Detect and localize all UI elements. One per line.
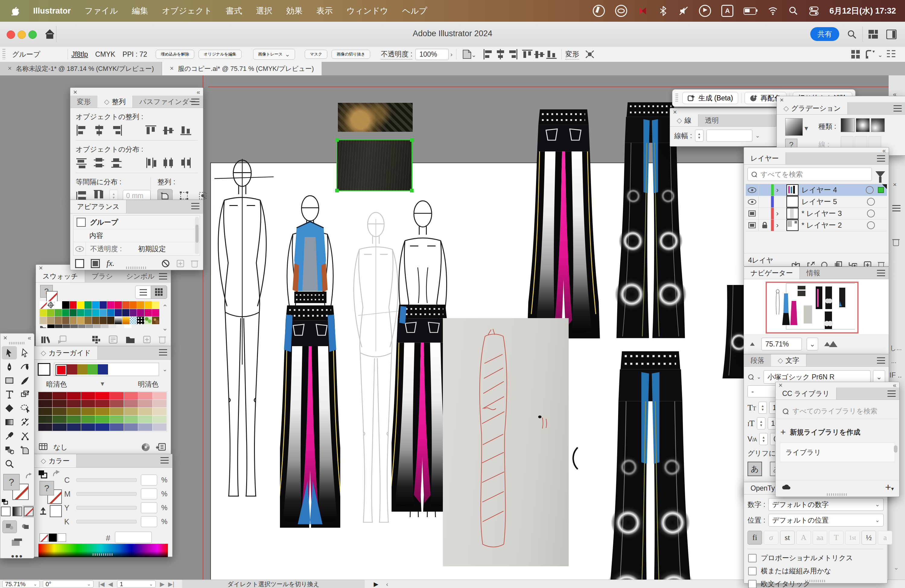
first-artboard-icon[interactable]: |◀: [98, 580, 105, 588]
color-variation[interactable]: [38, 392, 52, 399]
color-variation[interactable]: [38, 415, 52, 423]
tab-transparency[interactable]: 透明: [699, 114, 726, 126]
visibility-toggle[interactable]: [746, 208, 759, 219]
artboard-number-select[interactable]: 1⌄: [117, 580, 156, 588]
swatch[interactable]: [130, 301, 137, 309]
cloud-sync-icon[interactable]: [781, 483, 791, 491]
stroke-width-stepper[interactable]: ▲▼: [695, 130, 703, 142]
menu-view[interactable]: 表示: [316, 5, 333, 16]
color-variation[interactable]: [67, 400, 81, 407]
swatch[interactable]: [116, 325, 124, 328]
gradient-chevron[interactable]: ▾: [805, 124, 808, 132]
last-color-swatch[interactable]: [50, 505, 62, 517]
ot-discretionary-button[interactable]: st: [780, 531, 795, 545]
unembed-button[interactable]: 埋め込みを解除: [156, 50, 194, 59]
base-color-swatch[interactable]: [38, 363, 50, 376]
swap-colors-icon[interactable]: [52, 470, 60, 479]
swatch[interactable]: [122, 317, 129, 324]
align-top-icon[interactable]: [522, 49, 533, 60]
dist-top-icon[interactable]: [76, 157, 88, 168]
expand-icon[interactable]: ›: [776, 221, 784, 230]
none-button[interactable]: [24, 507, 33, 516]
add-content-icon[interactable]: +▾: [885, 481, 894, 493]
swatch-kinds-icon[interactable]: [92, 335, 101, 344]
zoom-tool[interactable]: [2, 457, 17, 471]
status-rotation-select[interactable]: 0°⌄: [43, 580, 94, 588]
artwork-dot[interactable]: [538, 415, 541, 418]
color-variation[interactable]: [81, 408, 95, 415]
play-circle-icon[interactable]: [699, 5, 711, 17]
screen-mode-icon[interactable]: [11, 538, 23, 548]
align-bottom-icon[interactable]: [180, 125, 192, 136]
color-variation[interactable]: [138, 392, 152, 399]
color-variation[interactable]: [52, 423, 67, 431]
drag-handle[interactable]: [9, 342, 25, 344]
fill-stroke-mini-icon[interactable]: [38, 470, 49, 479]
artwork-figure-colored[interactable]: [280, 191, 340, 532]
swatch[interactable]: [47, 301, 54, 309]
harmony-strip[interactable]: [54, 363, 159, 376]
create-library-button[interactable]: + 新規ライブラリを作成: [776, 419, 899, 440]
tab-navigator[interactable]: ナビゲーター: [744, 267, 800, 279]
scissors-tool[interactable]: [17, 430, 33, 443]
swatch[interactable]: [62, 309, 69, 317]
panel-menu-icon[interactable]: [877, 270, 885, 276]
style-icon[interactable]: ⌄: [462, 49, 473, 59]
tab-info[interactable]: 情報: [800, 267, 827, 279]
swatch[interactable]: [78, 325, 86, 328]
next-artboard-icon[interactable]: ▶: [160, 580, 164, 588]
scrollbar[interactable]: [894, 445, 897, 453]
swatch[interactable]: [55, 317, 62, 324]
color-variation[interactable]: [81, 423, 95, 431]
swatch[interactable]: [55, 325, 62, 328]
draw-normal-button[interactable]: [2, 520, 17, 533]
color-variation[interactable]: [67, 408, 81, 415]
slider-y[interactable]: [76, 506, 137, 510]
collapse-icon[interactable]: «: [893, 382, 896, 388]
play-icon[interactable]: ▶: [374, 580, 378, 588]
battery-icon[interactable]: [744, 6, 757, 16]
swatch[interactable]: [100, 309, 107, 317]
swatch[interactable]: [77, 317, 84, 324]
value-k[interactable]: [141, 516, 157, 527]
generate-button[interactable]: 生成 (Beta): [683, 92, 738, 104]
swatch[interactable]: [77, 301, 84, 309]
swatch[interactable]: [122, 301, 129, 309]
menu-type[interactable]: 書式: [226, 5, 242, 16]
swatch[interactable]: [114, 301, 122, 309]
figure-select[interactable]: デフォルトの数字⌄: [768, 498, 884, 511]
tab-cc-libraries[interactable]: CC ライブラリ: [776, 387, 837, 399]
none-swatch[interactable]: [40, 533, 48, 542]
panel-menu-icon[interactable]: [191, 203, 199, 209]
collapse-icon[interactable]: «: [197, 89, 200, 95]
lock-toggle[interactable]: [759, 220, 771, 231]
close-icon[interactable]: ×: [3, 335, 7, 341]
vertical-scale-stepper[interactable]: ▲▼: [757, 417, 765, 430]
panel-menu-icon[interactable]: [160, 457, 168, 463]
layer-row-3[interactable]: › * レイヤー 3: [746, 208, 887, 220]
swatch[interactable]: [40, 317, 47, 324]
opacity-input[interactable]: 100%: [415, 49, 449, 60]
slider-k[interactable]: [76, 520, 137, 523]
swatch[interactable]: [84, 309, 92, 317]
swatch[interactable]: [100, 301, 107, 309]
dist-center-h-icon[interactable]: [163, 157, 175, 168]
swatch[interactable]: [122, 309, 129, 317]
visibility-toggle[interactable]: [746, 220, 759, 231]
swatch[interactable]: [40, 325, 47, 328]
swatch[interactable]: [144, 317, 152, 324]
tab-color-guide[interactable]: ◇カラーガイド: [34, 346, 98, 360]
color-variation[interactable]: [95, 415, 109, 423]
drag-handle[interactable]: [675, 94, 678, 103]
layer-thumbnail[interactable]: [786, 196, 799, 208]
selection-handle[interactable]: [410, 189, 414, 192]
tab-gradient[interactable]: ◇グラデーション: [777, 102, 848, 114]
swatch[interactable]: [70, 301, 77, 309]
selection-tool[interactable]: [2, 346, 17, 360]
menu-clock[interactable]: 6月12日(水) 17:32: [829, 5, 896, 16]
grid-view-button[interactable]: [151, 285, 167, 299]
menu-object[interactable]: オブジェクト: [162, 5, 212, 16]
chevron-right-icon[interactable]: ›: [450, 51, 452, 58]
new-fill-icon[interactable]: [91, 259, 100, 268]
color-variation[interactable]: [110, 400, 124, 407]
